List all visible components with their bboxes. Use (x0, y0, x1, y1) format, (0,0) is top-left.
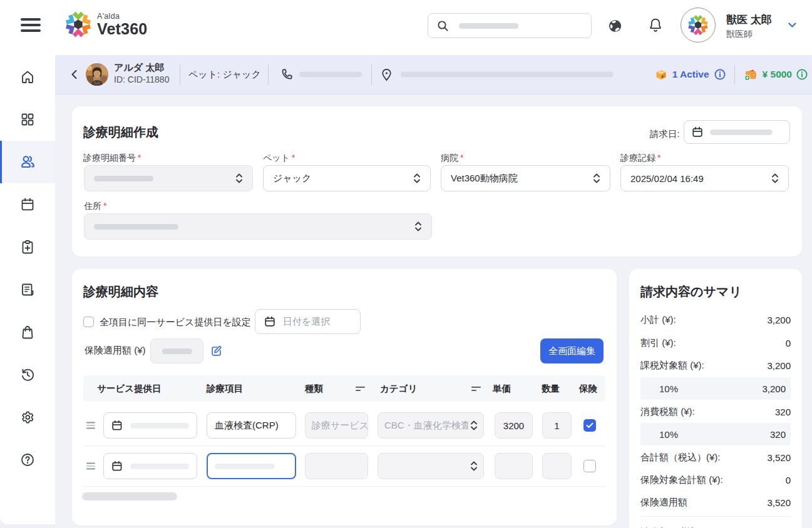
select-carets-icon (591, 172, 602, 185)
summary-row-discount: 割引 (¥):0 (640, 332, 791, 354)
required-asterisk: * (103, 201, 106, 211)
sidebar-item-home[interactable] (0, 56, 55, 98)
hospital-select[interactable]: Vet360動物病院 (441, 165, 610, 191)
row2-type-input (305, 453, 368, 479)
insurance-amount-input[interactable] (150, 338, 203, 363)
main-content: 診療明細作成 請求日: 診療明細番号* ペット* 病院* 診療記録* ジャック … (55, 94, 812, 528)
summary-label: 保険適用額 (640, 497, 687, 509)
pet-select[interactable]: ジャック (263, 165, 431, 191)
sidebar-item-settings[interactable] (0, 396, 55, 439)
wallet-icon (744, 68, 758, 81)
col-type: 種類 (305, 375, 323, 402)
summary-row-insurance-applied: 保険適用額3,520 (640, 491, 791, 514)
sidebar-item-dashboard[interactable] (0, 98, 55, 141)
statement-items-card: 診療明細内容 全項目に同一サービス提供日を設定 日付を選択 保険適用額 (¥) … (72, 269, 617, 525)
user-avatar[interactable] (681, 8, 716, 43)
sidebar-item-help[interactable] (0, 439, 55, 481)
wallet-info-icon[interactable] (796, 69, 808, 80)
package-icon (655, 68, 667, 81)
sort-icon[interactable] (471, 385, 481, 393)
medical-record-select[interactable]: 2025/02/04 16:49 (620, 165, 789, 191)
row1-unit-price[interactable]: 3200 (495, 412, 533, 439)
invoice-receipt-icon (20, 282, 35, 297)
brand-logo[interactable]: A'alda Vet360 (64, 10, 147, 39)
insurance-edit-icon[interactable] (211, 345, 222, 359)
sidebar-item-history[interactable] (0, 353, 55, 396)
select-carets-icon (468, 419, 480, 432)
patient-context-bar: アルダ 太郎 ID: CID-11880 ペット: ジャック 1 Active (55, 55, 812, 94)
calendar-icon (111, 420, 123, 431)
summary-label: 課税対象額 (¥): (640, 360, 704, 372)
sidebar-item-customers[interactable] (0, 141, 55, 183)
row1-category-select[interactable]: CBC・血液化学検査 (378, 412, 484, 439)
summary-label: 10% (659, 429, 678, 440)
phone-skeleton (299, 72, 362, 78)
row2-unit-price[interactable] (495, 453, 533, 479)
home-icon (20, 69, 35, 84)
brand-product: Vet360 (97, 21, 147, 38)
brand-company: A'alda (97, 12, 147, 21)
row2-service-date-input[interactable] (103, 453, 197, 479)
required-asterisk: * (138, 153, 141, 163)
summary-label: 消費税額 (¥): (640, 406, 695, 418)
patient-photo-avatar[interactable] (86, 63, 108, 86)
row2-insurance-checkbox[interactable] (583, 460, 596, 472)
patient-pet: ペット: ジャック (188, 69, 261, 81)
sidebar-item-billing[interactable] (0, 268, 55, 311)
row1-insurance-checkbox[interactable] (583, 419, 596, 432)
value-skeleton (162, 348, 192, 354)
sidebar-item-shop[interactable] (0, 311, 55, 353)
row2-category-select[interactable] (378, 453, 484, 479)
select-carets-icon (468, 460, 480, 472)
calendar-icon (20, 197, 35, 212)
active-plan-badge[interactable]: 1 Active (655, 68, 726, 81)
invoice-date-picker[interactable] (684, 120, 790, 144)
row2-quantity[interactable] (542, 453, 572, 479)
notifications-bell-icon[interactable] (649, 18, 662, 33)
item-row-2 (83, 446, 605, 486)
service-date-picker[interactable]: 日付を選択 (255, 309, 361, 334)
value-skeleton (94, 224, 178, 230)
row1-item-input[interactable]: 血液検査(CRP) (207, 412, 296, 439)
back-chevron-icon[interactable] (68, 69, 80, 80)
row1-quantity[interactable]: 1 (542, 412, 572, 439)
row2-item-input[interactable] (207, 453, 296, 479)
drag-handle-icon[interactable] (86, 463, 95, 470)
patient-name: アルダ 太郎 (114, 62, 164, 74)
menu-hamburger-icon[interactable] (21, 18, 41, 32)
summary-row-tax-10: 10%320 (640, 423, 791, 445)
phone-icon (280, 68, 294, 81)
sort-icon[interactable] (356, 385, 365, 393)
sidebar-item-calendar[interactable] (0, 183, 55, 226)
same-date-checkbox[interactable] (83, 317, 94, 327)
required-asterisk: * (292, 153, 295, 163)
statement-no-select[interactable] (84, 165, 253, 191)
search-input[interactable] (428, 13, 592, 38)
active-info-icon[interactable] (714, 69, 726, 80)
row1-category-value: CBC・血液化学検査 (384, 420, 468, 432)
hospital-select-value: Vet360動物病院 (451, 173, 518, 185)
language-globe-icon[interactable] (608, 19, 622, 33)
patient-id: ID: CID-11880 (114, 74, 169, 84)
drag-handle-icon[interactable] (86, 422, 95, 429)
user-menu-chevron-down-icon[interactable] (788, 21, 797, 29)
wallet-balance-badge[interactable]: ¥ 5000 (744, 68, 808, 81)
app-header: A'alda Vet360 獣医 太郎 獣医師 (0, 0, 812, 55)
select-carets-icon (411, 172, 423, 185)
select-carets-icon (413, 220, 424, 233)
item-row-1: 血液検査(CRP) 診療サービス CBC・血液化学検査 3200 1 (83, 405, 605, 445)
pet-label-text: ペット (263, 153, 290, 163)
sidebar-item-medical-records[interactable] (0, 226, 55, 268)
pet-select-value: ジャック (273, 173, 311, 185)
address-select[interactable] (84, 213, 432, 240)
divider (268, 64, 269, 85)
billing-form-card: 診療明細作成 請求日: 診療明細番号* ペット* 病院* 診療記録* ジャック … (72, 106, 802, 256)
row1-service-date-input[interactable] (103, 412, 197, 439)
fullscreen-edit-button[interactable]: 全画面編集 (540, 338, 604, 363)
row1-type-input: 診療サービス (305, 412, 368, 439)
summary-label: 合計額（税込）(¥): (640, 452, 721, 464)
billing-summary-card: 請求内容のサマリ 小計 (¥):3,200 割引 (¥):0 課税対象額 (¥)… (629, 269, 802, 528)
required-asterisk: * (460, 153, 463, 163)
items-table-header: サービス提供日 診療項目 種類 カテゴリ 単価 数量 保険 (83, 375, 605, 402)
summary-value: 3,520 (767, 452, 791, 463)
